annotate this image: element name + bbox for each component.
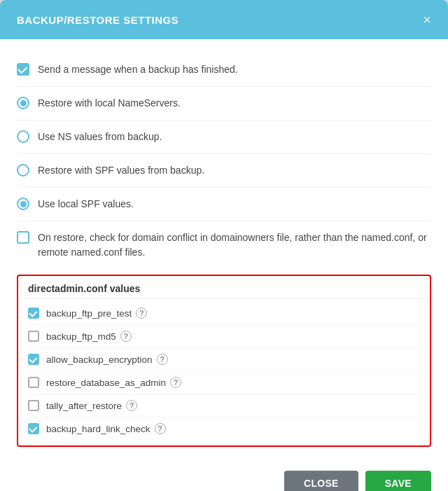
label-restore_spf_backup: Restore with SPF values from backup.: [38, 163, 204, 178]
setting-row-use_ns_backup: Use NS values from backup.: [17, 120, 431, 154]
settings-container: Send a message when a backup has finishe…: [17, 53, 431, 269]
label-restore_local_ns: Restore with local NameServers.: [38, 96, 181, 111]
radio-restore_local_ns[interactable]: [17, 97, 29, 109]
conf-row-tally_after_restore: tally_after_restore ?: [28, 394, 420, 417]
label-use_local_spf: Use local SPF values.: [38, 197, 134, 212]
modal-footer: CLOSE SAVE: [0, 464, 448, 491]
conf-row-backup_hard_link_check: backup_hard_link_check ?: [28, 417, 420, 440]
setting-row-restore_local_ns: Restore with local NameServers.: [17, 87, 431, 120]
close-button[interactable]: CLOSE: [284, 471, 358, 491]
label-send_message: Send a message when a backup has finishe…: [38, 62, 238, 77]
conf-label-backup_ftp_md5: backup_ftp_md5 ?: [46, 331, 132, 342]
conf-checkbox-backup_ftp_pre_test[interactable]: [28, 307, 39, 319]
help-icon-restore_database_as_admin[interactable]: ?: [170, 377, 181, 388]
modal-title: BACKUP/RESTORE SETTINGS: [17, 14, 178, 26]
conf-label-tally_after_restore: tally_after_restore ?: [46, 400, 137, 411]
da-conf-box: directadmin.conf values backup_ftp_pre_t…: [17, 275, 431, 447]
conf-label-allow_backup_encryption: allow_backup_encryption ?: [46, 354, 168, 365]
conf-checkbox-backup_ftp_md5[interactable]: [28, 331, 39, 342]
conf-row-backup_ftp_pre_test: backup_ftp_pre_test ?: [28, 302, 420, 325]
setting-row-domain_conflict: On restore, check for domain conflict in…: [17, 221, 431, 269]
radio-restore_spf_backup[interactable]: [17, 164, 29, 177]
modal-close-x-button[interactable]: ×: [423, 13, 431, 27]
setting-row-use_local_spf: Use local SPF values.: [17, 188, 431, 221]
conf-label-backup_ftp_pre_test: backup_ftp_pre_test ?: [46, 307, 147, 319]
da-conf-header: directadmin.conf values: [18, 276, 430, 299]
help-icon-allow_backup_encryption[interactable]: ?: [157, 354, 168, 365]
radio-use_local_spf[interactable]: [17, 198, 29, 210]
modal-body: Send a message when a backup has finishe…: [0, 39, 448, 464]
checkbox-domain_conflict[interactable]: [17, 231, 29, 244]
setting-row-send_message: Send a message when a backup has finishe…: [17, 53, 431, 87]
conf-row-restore_database_as_admin: restore_database_as_admin ?: [28, 371, 420, 394]
conf-checkbox-restore_database_as_admin[interactable]: [28, 377, 39, 388]
setting-row-restore_spf_backup: Restore with SPF values from backup.: [17, 154, 431, 188]
label-domain_conflict: On restore, check for domain conflict in…: [38, 230, 431, 260]
backup-restore-modal: BACKUP/RESTORE SETTINGS × Send a message…: [0, 0, 448, 491]
save-button[interactable]: SAVE: [365, 471, 431, 491]
conf-row-backup_ftp_md5: backup_ftp_md5 ?: [28, 325, 420, 348]
help-icon-backup_ftp_md5[interactable]: ?: [120, 331, 132, 342]
conf-label-restore_database_as_admin: restore_database_as_admin ?: [46, 377, 181, 388]
help-icon-tally_after_restore[interactable]: ?: [126, 400, 137, 411]
modal-header: BACKUP/RESTORE SETTINGS ×: [0, 0, 448, 39]
conf-row-allow_backup_encryption: allow_backup_encryption ?: [28, 348, 420, 371]
conf-checkbox-tally_after_restore[interactable]: [28, 400, 39, 411]
help-icon-backup_ftp_pre_test[interactable]: ?: [136, 307, 147, 319]
conf-label-backup_hard_link_check: backup_hard_link_check ?: [46, 423, 166, 434]
label-use_ns_backup: Use NS values from backup.: [38, 130, 162, 144]
conf-checkbox-backup_hard_link_check[interactable]: [28, 423, 39, 434]
checkbox-send_message[interactable]: [17, 63, 29, 76]
help-icon-backup_hard_link_check[interactable]: ?: [155, 423, 166, 434]
da-conf-body: backup_ftp_pre_test ?backup_ftp_md5 ?all…: [18, 299, 430, 445]
conf-checkbox-allow_backup_encryption[interactable]: [28, 354, 39, 365]
radio-use_ns_backup[interactable]: [17, 130, 29, 143]
